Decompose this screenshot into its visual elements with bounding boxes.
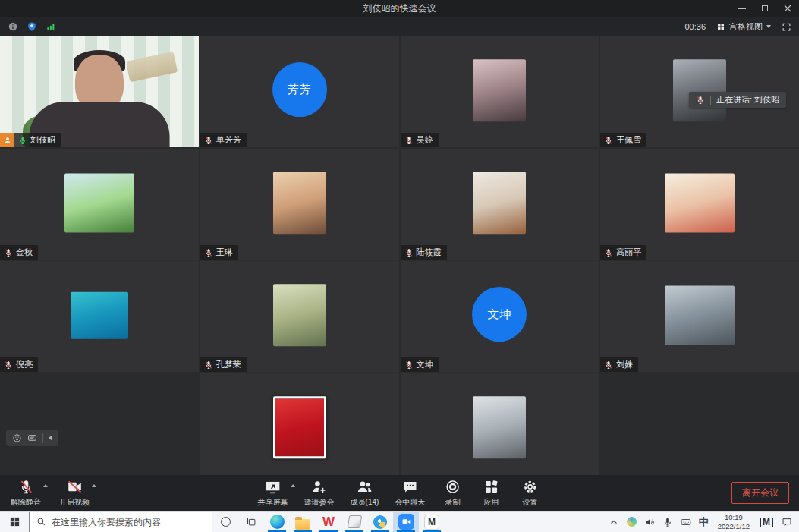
emoji-icon[interactable] — [12, 433, 22, 443]
participant-tile[interactable]: 陆筱霞 — [401, 149, 599, 260]
share-screen-button[interactable]: 共享屏幕 — [258, 479, 288, 508]
start-video-button[interactable]: 开启视频 — [59, 479, 90, 508]
edge-icon[interactable] — [264, 512, 290, 532]
security-shield-icon[interactable] — [27, 21, 37, 32]
apps-button[interactable]: 应用 — [480, 479, 502, 508]
im-tray-icon[interactable]: M — [760, 518, 773, 527]
title-bar: 刘伎昭的快速会议 — [0, 0, 799, 17]
participant-photo — [64, 173, 134, 232]
participant-name-label: 陆筱霞 — [401, 245, 447, 260]
fullscreen-icon[interactable] — [782, 22, 791, 32]
participant-photo — [673, 59, 726, 121]
expand-caret-icon[interactable] — [291, 484, 295, 487]
video-grid: 刘伎昭 芳芳 单芳芳 吴婷 — [0, 36, 799, 475]
qq-tray-icon[interactable] — [623, 512, 640, 532]
start-button[interactable] — [0, 512, 29, 532]
meeting-info-icon[interactable] — [8, 21, 18, 32]
participant-name-label: 高丽平 — [600, 245, 646, 260]
participant-tile[interactable] — [200, 373, 399, 475]
invite-icon — [311, 479, 327, 496]
participant-name: 吴婷 — [417, 134, 433, 146]
participant-name: 王琳 — [216, 247, 233, 258]
message-icon[interactable] — [27, 433, 37, 443]
minimize-button[interactable] — [731, 0, 753, 17]
invite-button[interactable]: 邀请参会 — [304, 479, 335, 508]
participant-name-label: 刘伎昭 — [0, 133, 61, 147]
touch-keyboard-icon[interactable] — [677, 512, 695, 532]
participant-name: 文坤 — [417, 359, 433, 370]
participant-photo — [473, 59, 526, 121]
participant-avatar: 芳芳 — [272, 62, 327, 117]
ime-indicator[interactable]: 中 — [695, 512, 712, 532]
meeting-window: 刘伎昭的快速会议 00:36 — [0, 0, 799, 532]
view-mode-switcher[interactable]: 宫格视图 — [716, 21, 771, 33]
restore-button[interactable] — [753, 0, 776, 17]
cortana-icon — [221, 517, 231, 527]
settings-button[interactable]: 设置 — [518, 479, 541, 508]
taskbar-clock[interactable]: 10:19 2022/1/12 — [712, 512, 755, 532]
mic-status-icon — [604, 136, 613, 145]
search-input[interactable] — [52, 517, 205, 527]
meeting-icon[interactable] — [393, 512, 419, 532]
search-icon — [36, 517, 46, 527]
close-button[interactable] — [776, 0, 799, 17]
clock-time: 10:19 — [725, 513, 743, 521]
mic-status-icon — [604, 360, 613, 370]
qq-icon[interactable] — [367, 512, 393, 532]
participant-name-label: 王琳 — [200, 245, 238, 260]
participant-tile[interactable]: 吴婷 — [401, 36, 599, 147]
participant-tile[interactable]: 刘姝 — [600, 261, 799, 372]
task-view-button[interactable] — [238, 512, 264, 532]
apps-icon — [483, 479, 499, 496]
network-signal-icon — [46, 21, 56, 32]
microphone-tray-icon[interactable] — [659, 512, 677, 532]
participant-photo — [273, 172, 326, 234]
m-app-icon[interactable]: M — [419, 512, 445, 532]
unmute-button[interactable]: 解除静音 — [11, 479, 41, 508]
task-view-icon — [246, 516, 257, 527]
action-center-icon[interactable] — [778, 512, 796, 532]
participant-name: 王佩雪 — [616, 134, 641, 146]
camera-off-icon — [67, 479, 83, 496]
collapse-icon[interactable] — [49, 435, 52, 441]
participant-tile[interactable]: 孔梦荣 — [200, 261, 399, 372]
participant-tile[interactable]: 王琳 — [200, 149, 399, 260]
participant-name: 陆筱霞 — [417, 247, 442, 258]
mic-status-icon — [604, 248, 613, 257]
hidden-icons-chevron[interactable] — [605, 512, 623, 532]
participant-tile[interactable]: 倪亮 — [0, 261, 199, 372]
notepad-icon[interactable] — [341, 512, 367, 532]
wps-icon[interactable]: W — [316, 512, 341, 532]
file-explorer-icon[interactable] — [290, 512, 316, 532]
participant-tile[interactable] — [401, 373, 599, 475]
participant-tile[interactable]: 刘伎昭 — [0, 36, 199, 147]
participant-name: 单芳芳 — [216, 134, 241, 146]
participant-photo — [71, 292, 128, 339]
participant-tile[interactable]: 芳芳 单芳芳 — [200, 36, 399, 147]
participant-name: 金秋 — [16, 247, 33, 258]
participant-photo — [473, 396, 526, 458]
volume-icon[interactable] — [640, 512, 659, 532]
participant-name-label: 王佩雪 — [600, 133, 646, 147]
participant-tile[interactable]: 金秋 — [0, 149, 199, 260]
chat-button[interactable]: 会中聊天 — [395, 479, 425, 508]
mic-status-icon — [204, 136, 213, 145]
members-button[interactable]: 成员(14) — [351, 479, 379, 508]
view-mode-label: 宫格视图 — [729, 21, 763, 33]
participant-video — [0, 36, 199, 147]
expand-caret-icon[interactable] — [92, 484, 96, 487]
window-title: 刘伎昭的快速会议 — [0, 0, 799, 17]
participant-tile[interactable]: 高丽平 — [600, 149, 799, 260]
expand-caret-icon[interactable] — [43, 484, 48, 487]
taskbar-search[interactable] — [29, 512, 212, 532]
reaction-bar[interactable] — [6, 430, 58, 446]
record-button[interactable]: 录制 — [441, 479, 464, 508]
leave-meeting-button[interactable]: 离开会议 — [731, 482, 789, 504]
meeting-duration: 00:36 — [684, 22, 706, 31]
host-badge-icon — [0, 133, 14, 147]
participant-avatar: 文坤 — [472, 287, 527, 342]
participant-tile[interactable]: 文坤 文坤 — [401, 261, 599, 372]
cortana-button[interactable] — [212, 512, 238, 532]
system-tray: 中 10:19 2022/1/12 M — [605, 512, 799, 532]
participant-photo — [473, 172, 526, 234]
